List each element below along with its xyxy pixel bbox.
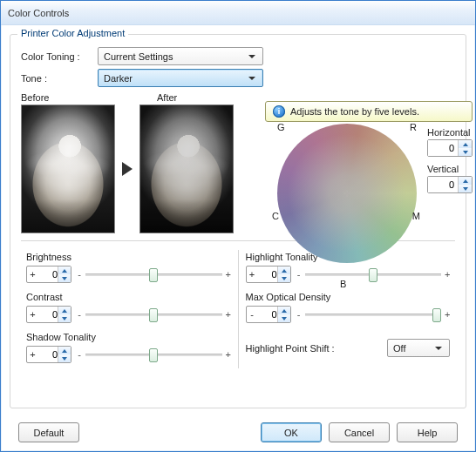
range-min-label: -: [77, 269, 82, 280]
horizontal-label: Horizontal: [427, 127, 476, 138]
brightness-value-box[interactable]: +: [26, 266, 71, 283]
brightness-label: Brightness: [26, 252, 231, 262]
contrast-value-box[interactable]: +: [26, 306, 71, 323]
horizontal-input[interactable]: [428, 140, 458, 156]
spinner-up-icon[interactable]: [459, 140, 472, 148]
shadow-tonality-input[interactable]: [38, 347, 58, 362]
after-label: After: [157, 92, 260, 103]
horizontal-spinner[interactable]: [427, 139, 473, 157]
max-optical-density-label: Max Optical Density: [246, 292, 451, 302]
tone-dropdown[interactable]: Darker: [98, 69, 263, 87]
wheel-label-g: G: [277, 122, 285, 132]
color-wheel[interactable]: +: [277, 124, 417, 263]
highlight-point-shift-value: Off: [393, 343, 405, 354]
color-controls-dialog: Color Controls Printer Color Adjustment …: [0, 0, 476, 452]
tone-label: Tone :: [21, 73, 98, 84]
wheel-label-r: R: [410, 122, 417, 132]
preview-before-image: [21, 105, 115, 233]
shadow-tonality-label: Shadow Tonality: [26, 332, 231, 342]
vertical-label: Vertical: [427, 164, 476, 174]
spinner-down-icon[interactable]: [459, 148, 472, 156]
max-optical-density-input[interactable]: [258, 307, 277, 322]
color-toning-label: Color Toning :: [21, 51, 98, 62]
max-optical-density-value-box[interactable]: -: [246, 306, 291, 323]
spinner-up-icon[interactable]: [459, 177, 472, 185]
titlebar[interactable]: Color Controls: [1, 1, 475, 25]
highlight-point-shift-dropdown[interactable]: Off: [387, 339, 450, 357]
highlight-point-shift-label: Highlight Point Shift :: [246, 343, 335, 354]
info-icon: i: [273, 105, 285, 118]
spinner-down-icon[interactable]: [58, 274, 71, 282]
default-button[interactable]: Default: [18, 422, 79, 442]
tooltip-text: Adjusts the tone by five levels.: [290, 106, 419, 117]
highlight-tonality-slider[interactable]: [305, 266, 442, 282]
before-label: Before: [21, 92, 124, 103]
window-title: Color Controls: [8, 8, 69, 18]
shadow-tonality-slider[interactable]: [85, 347, 222, 362]
spinner-down-icon[interactable]: [459, 185, 472, 192]
preview-after-image: [139, 105, 234, 233]
color-toning-dropdown[interactable]: Current Settings: [98, 47, 263, 65]
printer-color-adjustment-group: Printer Color Adjustment Color Toning : …: [10, 34, 466, 408]
vertical-spinner[interactable]: [427, 176, 473, 193]
wheel-center-marker: +: [343, 186, 350, 200]
chevron-down-icon: [244, 71, 259, 85]
contrast-slider[interactable]: [85, 307, 222, 322]
brightness-sign: +: [27, 266, 38, 282]
shadow-tonality-value-box[interactable]: +: [26, 346, 71, 363]
arrow-right-icon: [122, 162, 133, 176]
contrast-input[interactable]: [38, 307, 58, 322]
cancel-button[interactable]: Cancel: [329, 422, 390, 442]
contrast-label: Contrast: [26, 292, 231, 302]
max-optical-density-slider[interactable]: [305, 307, 442, 322]
brightness-slider[interactable]: [85, 266, 222, 282]
spinner-up-icon[interactable]: [58, 266, 71, 274]
color-toning-value: Current Settings: [104, 51, 173, 62]
wheel-label-m: M: [412, 211, 420, 221]
chevron-down-icon: [431, 341, 445, 355]
brightness-input[interactable]: [38, 266, 58, 282]
ok-button[interactable]: OK: [261, 422, 322, 442]
vertical-input[interactable]: [428, 177, 458, 192]
chevron-down-icon: [244, 49, 259, 64]
help-button[interactable]: Help: [397, 422, 458, 442]
tone-value: Darker: [104, 73, 133, 84]
range-max-label: +: [226, 269, 231, 280]
group-title: Printer Color Adjustment: [17, 28, 128, 38]
wheel-label-c: C: [272, 211, 279, 221]
tone-tooltip: i Adjusts the tone by five levels.: [265, 101, 473, 122]
